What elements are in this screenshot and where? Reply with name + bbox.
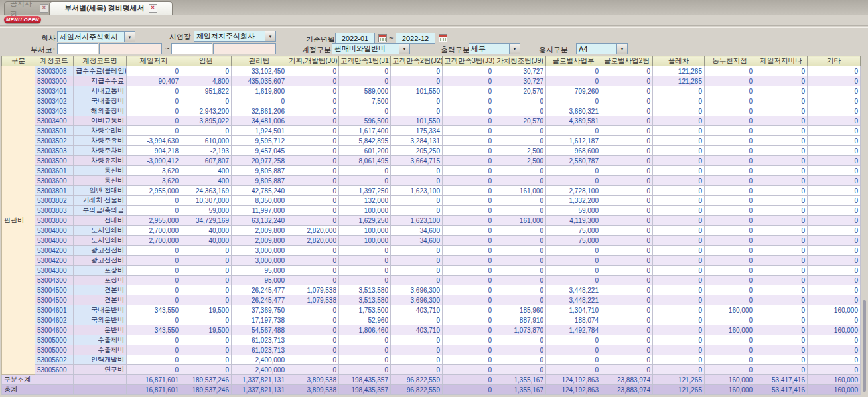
amount-cell[interactable]: 0 [601, 295, 653, 305]
amount-cell[interactable]: 0 [601, 285, 653, 295]
amount-cell[interactable]: 0 [755, 285, 808, 295]
amount-cell[interactable]: 3,620 [127, 166, 181, 176]
amount-cell[interactable]: 0 [808, 156, 861, 166]
amount-cell[interactable]: 0 [127, 116, 181, 126]
amount-cell[interactable]: 0 [705, 246, 755, 256]
amount-cell[interactable]: 0 [755, 116, 808, 126]
account-name-cell[interactable]: 포장비 [74, 266, 127, 276]
amount-cell[interactable]: 0 [339, 266, 391, 276]
account-name-cell[interactable]: 도서인쇄비 [74, 226, 127, 236]
calendar-icon[interactable] [378, 34, 387, 42]
amount-cell[interactable]: 9,805,887 [232, 176, 287, 186]
amount-cell[interactable]: 0 [287, 156, 339, 166]
amount-cell[interactable]: 1,079,538 [287, 295, 339, 305]
account-name-cell[interactable]: 거래처 선물비 [74, 196, 127, 206]
amount-cell[interactable]: 0 [443, 176, 494, 186]
paper-type-select[interactable]: A4 ▼ [576, 43, 628, 54]
amount-cell[interactable]: 0 [755, 146, 808, 156]
amount-cell[interactable]: 101,550 [391, 86, 443, 96]
amount-cell[interactable]: 52,960 [339, 315, 391, 325]
tab-close-icon[interactable]: × [149, 4, 157, 13]
amount-cell[interactable]: 0 [546, 166, 601, 176]
amount-cell[interactable]: 0 [287, 86, 339, 96]
amount-cell[interactable]: 0 [443, 226, 494, 236]
account-code-cell[interactable]: 53003600 [35, 176, 74, 186]
amount-cell[interactable]: 132,000 [339, 196, 391, 206]
account-name-cell[interactable]: 견본비 [74, 285, 127, 295]
amount-cell[interactable]: 0 [705, 226, 755, 236]
amount-cell[interactable]: 20,570 [494, 116, 546, 126]
amount-cell[interactable]: 0 [653, 345, 705, 355]
amount-cell[interactable]: 0 [601, 345, 653, 355]
amount-cell[interactable]: 0 [181, 66, 232, 76]
amount-cell[interactable]: 0 [601, 315, 653, 325]
amount-cell[interactable]: 0 [391, 206, 443, 216]
amount-cell[interactable]: 0 [127, 315, 181, 325]
account-code-cell[interactable]: 53003501 [35, 126, 74, 136]
amount-cell[interactable]: 0 [127, 66, 181, 76]
amount-cell[interactable]: 1,612,187 [546, 136, 601, 146]
amount-cell[interactable]: 403,710 [391, 305, 443, 315]
amount-cell[interactable]: 3,680,321 [546, 106, 601, 116]
amount-cell[interactable]: 3,664,715 [391, 156, 443, 166]
amount-cell[interactable]: 0 [705, 136, 755, 146]
amount-cell[interactable]: 0 [755, 186, 808, 196]
amount-cell[interactable]: 968,600 [546, 146, 601, 156]
amount-cell[interactable]: 0 [443, 156, 494, 166]
amount-cell[interactable]: 8,350,000 [232, 196, 287, 206]
amount-cell[interactable]: 0 [653, 186, 705, 196]
amount-cell[interactable]: 0 [755, 355, 808, 365]
amount-cell[interactable]: 160,000 [808, 305, 861, 315]
amount-cell[interactable]: 0 [181, 295, 232, 305]
amount-cell[interactable]: 0 [181, 345, 232, 355]
amount-cell[interactable]: 0 [494, 96, 546, 106]
amount-cell[interactable]: 0 [339, 256, 391, 266]
account-code-cell[interactable]: 53004500 [35, 295, 74, 305]
amount-cell[interactable]: 0 [705, 186, 755, 196]
amount-cell[interactable]: 0 [546, 355, 601, 365]
amount-cell[interactable]: 0 [391, 315, 443, 325]
amount-cell[interactable]: 2,700,000 [127, 226, 181, 236]
amount-cell[interactable]: 0 [494, 206, 546, 216]
amount-cell[interactable]: 601,200 [339, 146, 391, 156]
company-select[interactable]: 제일저지주식회사 ▼ [57, 31, 135, 42]
amount-cell[interactable]: 0 [494, 126, 546, 136]
amount-cell[interactable]: 0 [127, 295, 181, 305]
amount-cell[interactable]: 0 [181, 246, 232, 256]
amount-cell[interactable]: 904,218 [127, 146, 181, 156]
amount-cell[interactable]: 0 [494, 355, 546, 365]
amount-cell[interactable]: 0 [755, 256, 808, 266]
amount-cell[interactable]: 0 [339, 76, 391, 86]
amount-cell[interactable]: 0 [653, 256, 705, 266]
amount-cell[interactable]: 0 [181, 365, 232, 375]
amount-cell[interactable]: 0 [808, 166, 861, 176]
amount-cell[interactable]: 0 [443, 76, 494, 86]
account-name-cell[interactable]: 국내운반비 [74, 305, 127, 315]
amount-cell[interactable]: 0 [546, 276, 601, 285]
amount-cell[interactable]: 0 [653, 315, 705, 325]
amount-cell[interactable]: 0 [287, 196, 339, 206]
amount-cell[interactable]: 63,132,240 [232, 216, 287, 226]
amount-cell[interactable]: 596,500 [339, 116, 391, 126]
amount-cell[interactable]: 0 [339, 365, 391, 375]
account-code-cell[interactable]: 53003402 [35, 96, 74, 106]
amount-cell[interactable]: 0 [494, 285, 546, 295]
amount-cell[interactable]: 0 [181, 96, 232, 106]
amount-cell[interactable]: 0 [127, 276, 181, 285]
amount-cell[interactable]: 0 [127, 345, 181, 355]
amount-cell[interactable]: 0 [601, 76, 653, 86]
amount-cell[interactable]: 0 [443, 295, 494, 305]
amount-cell[interactable]: 0 [653, 176, 705, 186]
amount-cell[interactable]: 0 [181, 355, 232, 365]
amount-cell[interactable]: 0 [287, 345, 339, 355]
amount-cell[interactable]: 951,822 [181, 86, 232, 96]
menu-open-button[interactable]: MENU OPEN [4, 16, 41, 23]
amount-cell[interactable]: 0 [601, 335, 653, 345]
amount-cell[interactable]: 1,617,400 [339, 126, 391, 136]
amount-cell[interactable]: 0 [653, 196, 705, 206]
amount-cell[interactable]: 0 [546, 335, 601, 345]
amount-cell[interactable]: 1,924,501 [232, 126, 287, 136]
amount-cell[interactable]: 0 [339, 66, 391, 76]
amount-cell[interactable]: 59,000 [546, 206, 601, 216]
amount-cell[interactable]: 0 [705, 355, 755, 365]
